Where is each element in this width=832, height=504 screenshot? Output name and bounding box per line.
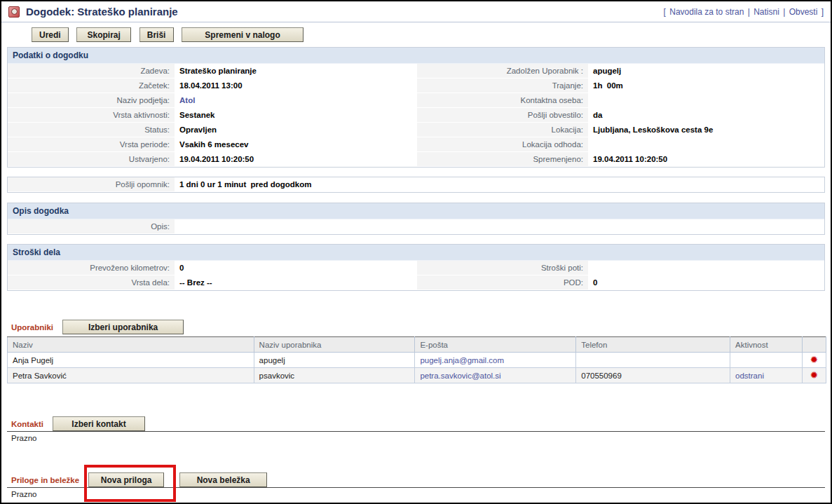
column-header-eposta[interactable]: E-pošta bbox=[415, 337, 576, 353]
users-header-row: Uporabniki Izberi uporabnika bbox=[7, 320, 825, 334]
user-name-cell: Petra Savković bbox=[8, 368, 254, 383]
field-zadeva-label: Zadeva: bbox=[8, 64, 175, 79]
field-prevozeno-kilometrov-value: 0 bbox=[175, 261, 417, 275]
izberi-kontakt-button[interactable]: Izberi kontakt bbox=[53, 416, 145, 431]
field-trajanje-label: Trajanje: bbox=[417, 79, 588, 93]
field-stroski-poti-label: Stroški poti: bbox=[417, 261, 588, 275]
field-naziv-podjetja-label: Naziv podjetja: bbox=[8, 93, 175, 108]
section-event-details-title: Podatki o dogodku bbox=[8, 48, 824, 64]
section-description-title: Opis dogodka bbox=[8, 203, 824, 219]
field-row: Začetek: 18.04.2011 13:00 Trajanje: 1h 0… bbox=[8, 79, 824, 93]
field-zacetek-value: 18.04.2011 13:00 bbox=[175, 79, 417, 93]
user-activity-cell bbox=[730, 353, 803, 368]
contacts-section-label: Kontakti bbox=[7, 420, 43, 428]
link-navodila-za-to-stran[interactable]: Navodila za to stran bbox=[669, 7, 744, 17]
column-header-telefon[interactable]: Telefon bbox=[576, 337, 730, 353]
link-separator: | bbox=[783, 7, 785, 17]
field-row: Pošlji opomnik: 1 dni 0 ur 1 minut pred … bbox=[8, 177, 824, 192]
users-table-header-row: Naziv Naziv uporabnika E-pošta Telefon A… bbox=[8, 337, 826, 353]
field-spremenjeno-label: Spremenjeno: bbox=[417, 152, 588, 167]
section-reminder: Pošlji opomnik: 1 dni 0 ur 1 minut pred … bbox=[7, 177, 825, 193]
field-row: Zadeva: Strateško planiranje Zadolžen Up… bbox=[8, 64, 824, 79]
field-vrsta-periode-label: Vrsta periode: bbox=[8, 137, 175, 152]
field-lokacija-label: Lokacija: bbox=[417, 123, 588, 137]
field-kontaktna-oseba-value bbox=[588, 93, 824, 108]
titlebar: Dogodek: Strateško planiranje [ Navodila… bbox=[1, 1, 831, 22]
link-separator: | bbox=[748, 7, 750, 17]
field-zadolzen-uporabnik-value: apugelj bbox=[588, 64, 824, 79]
column-header-naziv-uporabnika[interactable]: Naziv uporabnika bbox=[254, 337, 415, 353]
field-spremenjeno-value: 19.04.2011 10:20:50 bbox=[588, 152, 824, 167]
field-poslji-opomnik-value: 1 dni 0 ur 1 minut pred dogodkom bbox=[175, 177, 824, 192]
field-row: Vrsta periode: Vsakih 6 mesecev Lokacija… bbox=[8, 137, 824, 152]
field-ustvarjeno-label: Ustvarjeno: bbox=[8, 152, 175, 167]
event-icon bbox=[8, 6, 20, 18]
section-work-costs: Stroški dela Prevoženo kilometrov: 0 Str… bbox=[7, 244, 825, 291]
section-description: Opis dogodka Opis: bbox=[7, 203, 825, 235]
remove-user-icon[interactable]: ✹ bbox=[810, 354, 819, 365]
contacts-empty-text: Prazno bbox=[1, 432, 831, 442]
user-username-cell: psavkovic bbox=[254, 368, 415, 383]
field-lokacija-odhoda-value bbox=[588, 137, 824, 152]
user-remove-link[interactable]: odstrani bbox=[730, 368, 803, 383]
spremeni-v-nalogo-button[interactable]: Spremeni v nalogo bbox=[182, 27, 304, 42]
field-row: Vrsta dela: -- Brez -- POD: 0 bbox=[8, 275, 824, 290]
field-poslji-obvestilo-label: Pošlji obvestilo: bbox=[417, 108, 588, 123]
column-header-naziv[interactable]: Naziv bbox=[8, 337, 254, 353]
field-pod-value: 0 bbox=[588, 275, 824, 290]
skopiraj-button[interactable]: Skopiraj bbox=[76, 27, 131, 42]
nova-priloga-button[interactable]: Nova priloga bbox=[88, 472, 164, 487]
brisi-button[interactable]: Briši bbox=[139, 27, 174, 42]
field-poslji-obvestilo-value: da bbox=[588, 108, 824, 123]
table-row: Anja Pugelj apugelj pugelj.anja@gmail.co… bbox=[8, 353, 826, 368]
field-kontaktna-oseba-label: Kontaktna oseba: bbox=[417, 93, 588, 108]
field-vrsta-dela-value: -- Brez -- bbox=[175, 275, 417, 290]
user-email-link[interactable]: pugelj.anja@gmail.com bbox=[415, 353, 576, 368]
link-obvesti[interactable]: Obvesti bbox=[789, 7, 818, 17]
section-event-details: Podatki o dogodku Zadeva: Strateško plan… bbox=[7, 47, 825, 168]
nova-belezka-button[interactable]: Nova beležka bbox=[179, 472, 267, 487]
izberi-uporabnika-button[interactable]: Izberi uporabnika bbox=[62, 320, 184, 334]
field-row: Naziv podjetja: Atol Kontaktna oseba: bbox=[8, 93, 824, 108]
field-row: Vrsta aktivnosti: Sestanek Pošlji obvest… bbox=[8, 108, 824, 123]
field-lokacija-value: Ljubljana, Leskoškova cesta 9e bbox=[588, 123, 824, 137]
page-title: Dogodek: Strateško planiranje bbox=[26, 6, 178, 18]
user-actions-cell: ✹ bbox=[802, 353, 826, 368]
attachments-header-row: Priloge in beležke Nova priloga Nova bel… bbox=[7, 472, 825, 488]
attachments-section-label: Priloge in beležke bbox=[7, 476, 79, 484]
field-prevozeno-kilometrov-label: Prevoženo kilometrov: bbox=[8, 261, 175, 275]
user-email-link[interactable]: petra.savkovic@atol.si bbox=[415, 368, 576, 383]
field-vrsta-dela-label: Vrsta dela: bbox=[8, 275, 175, 290]
field-vrsta-aktivnosti-value: Sestanek bbox=[175, 108, 417, 123]
field-row: Opis: bbox=[8, 219, 824, 234]
field-status-value: Opravljen bbox=[175, 123, 417, 137]
user-username-cell: apugelj bbox=[254, 353, 415, 368]
field-zacetek-label: Začetek: bbox=[8, 79, 175, 93]
field-ustvarjeno-value: 19.04.2011 10:20:50 bbox=[175, 152, 417, 167]
event-icon-glyph bbox=[11, 8, 18, 15]
field-pod-label: POD: bbox=[417, 275, 588, 290]
field-stroski-poti-value bbox=[588, 261, 824, 275]
link-natisni[interactable]: Natisni bbox=[753, 7, 779, 17]
uredi-button[interactable]: Uredi bbox=[32, 27, 69, 42]
users-table: Naziv Naziv uporabnika E-pošta Telefon A… bbox=[7, 336, 826, 383]
field-trajanje-value: 1h 00m bbox=[588, 79, 824, 93]
section-work-costs-title: Stroški dela bbox=[8, 245, 824, 261]
app-window: Dogodek: Strateško planiranje [ Navodila… bbox=[0, 0, 832, 504]
field-vrsta-aktivnosti-label: Vrsta aktivnosti: bbox=[8, 108, 175, 123]
field-row: Ustvarjeno: 19.04.2011 10:20:50 Spremenj… bbox=[8, 152, 824, 167]
table-row: Petra Savković psavkovic petra.savkovic@… bbox=[8, 368, 826, 383]
user-actions-cell: ✹ bbox=[802, 368, 826, 383]
user-phone-cell bbox=[576, 353, 730, 368]
field-zadeva-value: Strateško planiranje bbox=[175, 64, 417, 79]
field-zadolzen-uporabnik-label: Zadolžen Uporabnik : bbox=[417, 64, 588, 79]
field-vrsta-periode-value: Vsakih 6 mesecev bbox=[175, 137, 417, 152]
user-name-cell: Anja Pugelj bbox=[8, 353, 254, 368]
field-lokacija-odhoda-label: Lokacija odhoda: bbox=[417, 137, 588, 152]
bracket-open: [ bbox=[664, 7, 666, 17]
column-header-aktivnost[interactable]: Aktivnost bbox=[730, 337, 803, 353]
users-section-label: Uporabniki bbox=[7, 323, 53, 332]
remove-user-icon[interactable]: ✹ bbox=[810, 369, 819, 381]
company-link[interactable]: Atol bbox=[175, 93, 417, 108]
field-status-label: Status: bbox=[8, 123, 175, 137]
